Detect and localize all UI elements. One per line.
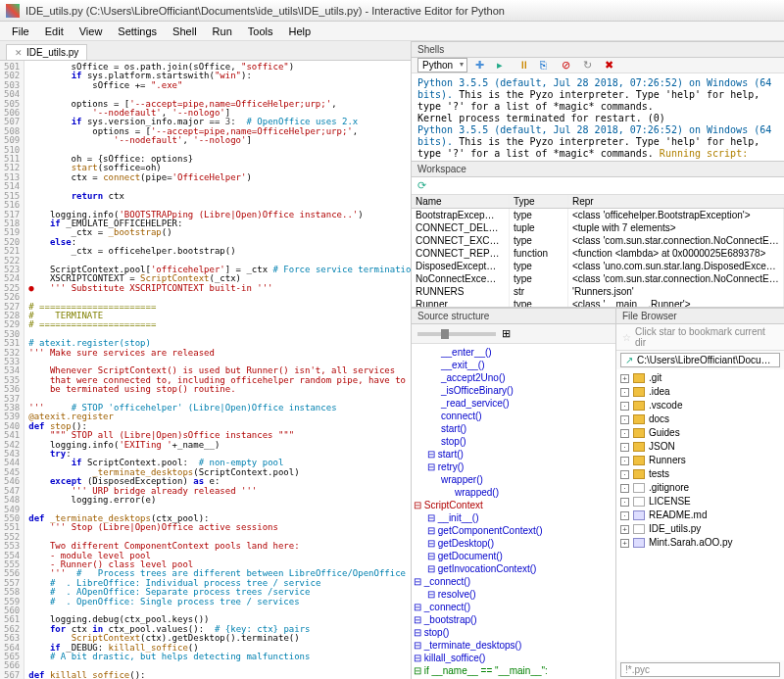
col-type[interactable]: Type [510,195,568,208]
expand-icon[interactable]: · [620,470,629,479]
tree-item[interactable]: _accept2Uno() [414,371,613,384]
file-item[interactable]: ·README.md [618,509,782,522]
tree-item[interactable]: ⊟ getComponentContext() [414,524,613,537]
expand-icon[interactable]: · [620,484,629,493]
refresh-icon[interactable]: ⟳ [417,179,426,192]
expand-icon[interactable]: · [620,443,629,452]
shell-output[interactable]: Python 3.5.5 (default, Jul 28 2018, 07:2… [412,73,784,161]
menu-tools[interactable]: Tools [240,24,281,39]
workspace-row[interactable]: CONNECT_DEL…tuple<tuple with 7 elements> [412,221,784,234]
tree-item[interactable]: start() [414,422,613,435]
workspace-row[interactable]: RUNNERSstr'Runners.json' [412,285,784,298]
file-item[interactable]: ·.vscode [618,399,782,412]
language-dropdown[interactable]: Python [417,58,467,73]
editor-tab[interactable]: ✕ IDE_utils.py [6,44,87,60]
zoom-slider[interactable] [417,332,496,336]
tree-item[interactable]: wrapper() [414,473,613,486]
workspace-row[interactable]: CONNECT_REP…function<function <lambda> a… [412,247,784,260]
file-item[interactable]: +Mint.Sarah.aOO.py [618,536,782,550]
workspace-body[interactable]: BootstrapExcep…type<class 'officehelper.… [412,209,784,307]
tree-item[interactable]: ⊟ _connect() [414,575,613,588]
file-item[interactable]: ·docs [618,412,782,426]
expand-icon[interactable]: · [620,402,629,411]
file-item[interactable]: +IDE_utils.py [618,522,782,536]
tree-item[interactable]: ⊟ getInvocationContext() [414,562,613,575]
file-item[interactable]: ·LICENSE [618,495,782,509]
col-repr[interactable]: Repr [568,195,784,208]
tree-item[interactable]: stop() [414,435,613,448]
code-editor[interactable]: 501 502 503 504 505 506 507 508 509 510 … [0,61,411,679]
expand-icon[interactable]: · [620,457,629,465]
tree-item[interactable]: ⊟ getDocument() [414,550,613,562]
file-item[interactable]: ·.idea [618,385,782,399]
menu-edit[interactable]: Edit [37,24,72,39]
file-tree[interactable]: +.git·.idea·.vscode·docs·Guides·JSON·Run… [616,369,784,660]
code-area[interactable]: sOffice = os.path.join(sOffice, "soffice… [24,61,411,679]
file-item[interactable]: ·tests [618,467,782,481]
reload-icon[interactable]: ↻ [583,59,597,73]
tree-item[interactable]: ⊟ __init__() [414,511,613,524]
workspace-row[interactable]: DisposedExcept…type<class 'uno.com.sun.s… [412,260,784,272]
expand-icon[interactable]: · [620,511,629,520]
save-icon[interactable]: ⎘ [540,59,554,73]
tree-item[interactable]: ⊟ stop() [414,626,613,639]
menu-shell[interactable]: Shell [165,24,204,39]
file-item[interactable]: ·Guides [618,426,782,440]
workspace-row[interactable]: Runnertype<class '__main__.Runner'> [412,298,784,307]
new-shell-icon[interactable]: ✚ [475,59,489,73]
source-tree[interactable]: __enter__()__exit__()_accept2Uno()_isOff… [412,344,615,679]
close-icon[interactable]: ✕ [15,48,23,58]
menu-view[interactable]: View [72,24,111,39]
tree-item[interactable]: ⊟ retry() [414,461,613,473]
dir-icon [633,428,645,438]
up-dir-icon[interactable]: ↗ [625,355,633,365]
source-structure-title: Source structure [412,308,615,324]
file-item[interactable]: ·.gitignore [618,481,782,495]
tree-item[interactable]: ⊟ _terminate_desktops() [414,639,613,652]
tree-item[interactable]: ⊟ resolve() [414,588,613,601]
col-name[interactable]: Name [412,195,510,208]
menu-run[interactable]: Run [205,24,240,39]
tree-item[interactable]: _read_service() [414,397,613,410]
expand-icon[interactable]: · [620,429,629,438]
tree-item[interactable]: ⊟ if __name__ == "__main__": [414,664,613,677]
pause-icon[interactable]: ⏸ [518,59,532,73]
tree-item[interactable]: wrapped() [414,486,613,499]
file-item[interactable]: ·JSON [618,440,782,454]
filter-input[interactable]: !*.pyc [620,662,780,677]
tree-item[interactable]: ⊟ killall_soffice() [414,652,613,664]
file-icon [633,483,645,493]
tree-item[interactable]: ⊟ ScriptContext [414,499,613,511]
window-title: IDE_utils.py (C:\Users\LibreOfficiant\Do… [25,5,505,17]
menu-help[interactable]: Help [280,24,318,39]
file-item[interactable]: +.git [618,371,782,385]
expand-icon[interactable]: ⊞ [502,327,511,340]
file-item[interactable]: ·Runners [618,454,782,467]
workspace-row[interactable]: NoConnectExce…type<class 'com.sun.star.c… [412,272,784,285]
tree-item[interactable]: __exit__() [414,359,613,371]
source-structure-panel: Source structure ⊞ __enter__()__exit__()… [412,308,616,679]
tree-item[interactable]: _isOfficeBinary() [414,384,613,397]
expand-icon[interactable]: + [620,374,629,383]
expand-icon[interactable]: · [620,415,629,424]
workspace-row[interactable]: BootstrapExcep…type<class 'officehelper.… [412,209,784,221]
expand-icon[interactable]: + [620,525,629,534]
tree-item[interactable]: __enter__() [414,346,613,359]
tree-item[interactable]: ⊟ getDesktop() [414,537,613,550]
shell-toolbar: Python ✚ ▸ ⏸ ⎘ ⊘ ↻ ✖ [412,58,784,73]
expand-icon[interactable]: · [620,388,629,397]
tree-item[interactable]: ⊟ start() [414,448,613,461]
star-icon[interactable]: ☆ [622,332,631,343]
tree-item[interactable]: ⊟ _connect() [414,601,613,613]
tree-item[interactable]: ⊟ _bootstrap() [414,613,613,626]
expand-icon[interactable]: · [620,498,629,507]
run-icon[interactable]: ▸ [497,59,511,73]
tree-item[interactable]: connect() [414,410,613,422]
stop-icon[interactable]: ⊘ [562,59,575,73]
workspace-row[interactable]: CONNECT_EXC…type<class 'com.sun.star.con… [412,234,784,247]
menu-settings[interactable]: Settings [110,24,165,39]
expand-icon[interactable]: + [620,539,629,548]
menu-file[interactable]: File [4,24,37,39]
clear-icon[interactable]: ✖ [605,59,618,73]
path-box[interactable]: ↗ C:\Users\LibreOfficiant\Documents\ide_… [620,353,780,367]
